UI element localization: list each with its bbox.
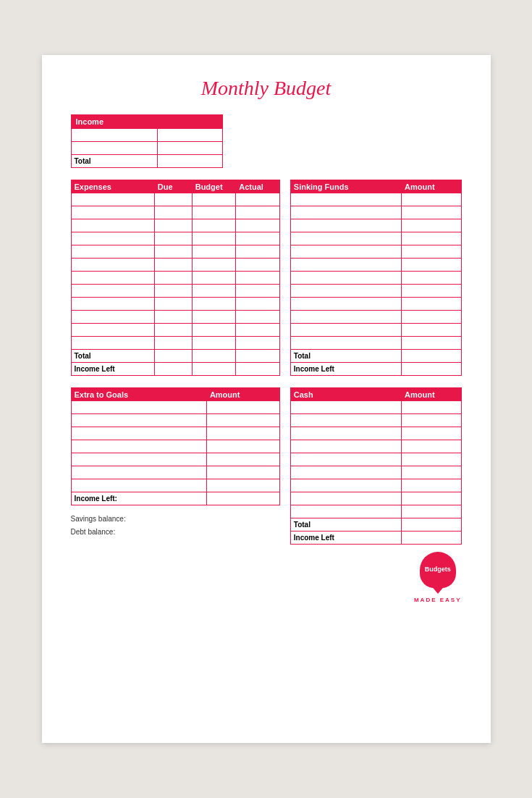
expenses-row-3 [71,219,279,232]
income-data-row-2 [71,142,222,155]
logo-text-main: Budgets [425,566,451,574]
expenses-income-left-row: Income Left [71,363,279,376]
cash-row-3 [290,427,461,440]
cash-total-row: Total [290,518,461,532]
expenses-row-9 [71,298,279,311]
sf-income-left-label: Income Left [290,363,401,376]
eg-row-5 [71,453,279,466]
eg-row-3 [71,427,279,440]
eg-income-left-label: Income Left: [71,492,206,505]
logo-container: Budgets MADE EASY [414,552,462,603]
expenses-row-2 [71,206,279,219]
expenses-income-left-label: Income Left [71,363,154,376]
income-data-row-1 [71,129,222,142]
expenses-row-12 [71,337,279,350]
eg-row-1 [71,401,279,414]
expenses-row-5 [71,245,279,259]
sf-row-2 [290,206,461,219]
eg-income-left-row: Income Left: [71,492,279,505]
expenses-total-row: Total [71,350,279,363]
expenses-row-10 [71,311,279,324]
sf-row-12 [290,337,461,350]
cash-row-6 [290,466,461,479]
savings-balance-label: Savings balance: [71,513,280,526]
income-total-value [157,155,222,168]
sf-row-7 [290,272,461,285]
sf-row-1 [290,193,461,206]
sf-total-value [402,350,462,363]
sf-income-left-row: Income Left [290,363,461,376]
cash-row-7 [290,479,461,492]
logo-shape: Budgets [420,552,456,588]
income-value-1 [157,129,222,142]
income-table: Income Total [71,114,223,168]
expenses-header-actual: Actual [236,180,280,193]
extra-goals-col: Extra to Goals Amount Income Left: [71,387,280,603]
expenses-row-4 [71,232,279,245]
sf-row-9 [290,298,461,311]
expenses-header-row: Expenses Due Budget Actual [71,180,279,193]
sf-row-10 [290,311,461,324]
sinking-funds-col: Sinking Funds Amount T [290,180,462,376]
cash-col: Cash Amount Total [290,387,462,603]
income-header-row: Income [71,115,222,129]
sinking-funds-header-row: Sinking Funds Amount [290,180,461,193]
extra-goals-table: Extra to Goals Amount Income Left: [71,387,280,505]
cash-row-9 [290,505,461,518]
sf-total-row: Total [290,350,461,363]
page: Monthly Budget Income [42,55,491,743]
expenses-total-label: Total [71,350,154,363]
bottom-two-col: Extra to Goals Amount Income Left: [71,387,462,603]
extra-goals-header: Extra to Goals [71,388,206,401]
expenses-total-due [154,350,192,363]
income-value-2 [157,142,222,155]
income-label-2 [71,142,157,155]
cash-row-8 [290,492,461,505]
expenses-total-actual [236,350,280,363]
page-title: Monthly Budget [71,77,462,100]
income-label-1 [71,129,157,142]
cash-row-4 [290,440,461,453]
cash-header: Cash [290,388,401,401]
income-total-label: Total [71,155,157,168]
cash-row-1 [290,401,461,414]
expenses-income-left-actual [236,363,280,376]
expenses-row-7 [71,272,279,285]
extra-goals-header-row: Extra to Goals Amount [71,388,279,401]
eg-row-4 [71,440,279,453]
extra-goals-amount-header: Amount [206,388,279,401]
cash-income-left-value [402,532,462,545]
eg-income-left-value [206,492,279,505]
expenses-total-budget [192,350,236,363]
sf-row-8 [290,285,461,298]
income-header: Income [71,115,222,129]
logo-label: MADE EASY [414,597,462,603]
sinking-funds-header: Sinking Funds [290,180,401,193]
expenses-income-left-budget [192,363,236,376]
eg-row-7 [71,479,279,492]
sf-row-11 [290,324,461,337]
income-total-row: Total [71,155,222,168]
expenses-header-expenses: Expenses [71,180,154,193]
logo-area: Budgets MADE EASY [290,552,462,603]
sinking-funds-table: Sinking Funds Amount T [290,180,462,376]
sinking-funds-amount-header: Amount [402,180,462,193]
cash-row-5 [290,453,461,466]
expenses-row-11 [71,324,279,337]
expenses-header-due: Due [154,180,192,193]
expenses-header-budget: Budget [192,180,236,193]
sf-income-left-value [402,363,462,376]
expenses-row-1 [71,193,279,206]
main-two-col: Expenses Due Budget Actual [71,180,462,376]
income-section: Income Total [71,114,462,168]
expenses-col: Expenses Due Budget Actual [71,180,280,376]
sf-row-5 [290,245,461,259]
cash-income-left-label: Income Left [290,532,401,545]
expenses-income-left-due [154,363,192,376]
expenses-table: Expenses Due Budget Actual [71,180,280,376]
cash-total-value [402,518,462,532]
debt-balance-label: Debt balance: [71,526,280,539]
cash-row-2 [290,414,461,427]
bottom-labels: Savings balance: Debt balance: [71,513,280,539]
sf-total-label: Total [290,350,401,363]
